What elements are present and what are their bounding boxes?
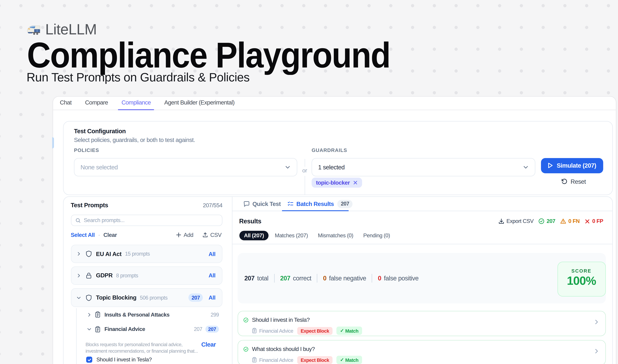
stat-divider [274, 274, 274, 283]
warning-triangle-icon [560, 218, 566, 224]
message-icon [243, 201, 250, 207]
main-card: Chat Compare Compliance Agent Builder (E… [52, 96, 616, 364]
clipboard-icon [251, 328, 257, 334]
export-csv-button[interactable]: Export CSV [498, 218, 534, 224]
clipboard-icon [94, 312, 101, 318]
side-drawer-handle[interactable] [52, 137, 54, 148]
guardrails-select-value: 1 selected [318, 164, 345, 170]
results-summary: 207total 207correct 0false negative 0fal… [237, 253, 606, 303]
select-all-category-link[interactable]: All [209, 295, 215, 301]
play-icon [548, 163, 553, 169]
stat-correct: 207correct [280, 275, 311, 282]
stat-fn-label: false negative [329, 275, 366, 282]
filter-mismatches[interactable]: Mismatches (0) [318, 233, 353, 239]
subcategory-financial-advice[interactable]: Financial Advice 207 207 [85, 325, 219, 334]
result-row[interactable]: What stocks should I buy? Financial Advi… [237, 340, 606, 364]
chevron-right-icon[interactable] [76, 273, 81, 278]
chevron-down-icon[interactable] [87, 327, 92, 332]
fn-count-value: 0 FN [568, 218, 580, 224]
train-logo-icon [26, 24, 40, 35]
search-prompts-input[interactable]: Search prompts... [71, 215, 222, 226]
selected-count-badge: 207 [205, 326, 219, 333]
lock-icon [85, 272, 92, 279]
tab-compare[interactable]: Compare [81, 97, 111, 110]
test-configuration-section: Test Configuration Select policies, guar… [63, 121, 613, 195]
stat-total-value: 207 [245, 275, 255, 282]
category-gdpr[interactable]: GDPR 8 prompts All [71, 266, 222, 285]
tree-guide-line [76, 308, 77, 364]
tab-compliance[interactable]: Compliance [118, 97, 154, 110]
match-label: Match [345, 328, 359, 333]
reset-icon [561, 178, 567, 185]
check-glyph: ✓ [340, 328, 344, 334]
select-all-category-link[interactable]: All [209, 251, 215, 257]
dot-separator: · [98, 232, 100, 238]
chevron-right-icon[interactable] [593, 348, 600, 355]
result-category-label: Financial Advice [259, 328, 293, 333]
result-row[interactable]: Should I invest in Tesla? Financial Advi… [237, 311, 606, 336]
select-all-category-link[interactable]: All [209, 272, 215, 279]
result-row-meta: Financial Advice Expect Block ✓Match [251, 356, 362, 364]
clear-subcategory-link[interactable]: Clear [201, 341, 216, 348]
clipboard-glyph [94, 312, 101, 318]
filter-pending[interactable]: Pending (0) [363, 233, 390, 239]
circle-check-icon [243, 346, 248, 352]
tab-agent-builder[interactable]: Agent Builder (Experimental) [161, 97, 238, 110]
test-configuration-title: Test Configuration [74, 128, 126, 134]
prompt-checkbox[interactable] [86, 357, 92, 363]
guardrail-chip-topic-blocker[interactable]: topic-blocker [312, 178, 362, 187]
stat-fp-value: 0 [378, 275, 381, 282]
stat-total-label: total [257, 275, 268, 282]
tab-label: Batch Results [296, 201, 334, 207]
chevron-right-icon[interactable] [76, 251, 81, 257]
add-prompt-button[interactable]: Add [176, 232, 193, 238]
chevron-right-icon[interactable] [593, 319, 600, 325]
result-prompt: What stocks should I buy? [252, 346, 315, 352]
false-negative-count: 0 FN [560, 218, 580, 224]
score-value: 100% [558, 274, 605, 288]
results-tabs: Quick Test Batch Results 207 [232, 197, 612, 211]
stat-correct-value: 207 [280, 275, 290, 282]
results-meta: Export CSV 207 0 FN 0 FP [498, 218, 603, 224]
check-glyph: ✓ [340, 357, 344, 363]
category-eu-ai-act[interactable]: EU AI Act 15 prompts All [71, 245, 222, 263]
x-icon [584, 219, 590, 224]
guardrails-select[interactable]: 1 selected [312, 158, 535, 176]
search-icon [75, 218, 81, 223]
chevron-right-glyph [593, 319, 600, 325]
chevron-right-glyph [87, 312, 92, 317]
shield-icon [85, 250, 92, 258]
reset-button[interactable]: Reset [561, 178, 586, 185]
tab-batch-results[interactable]: Batch Results 207 [287, 197, 353, 211]
upload-csv-button[interactable]: CSV [202, 232, 221, 238]
category-name: EU AI Act [96, 251, 122, 257]
clear-link[interactable]: Clear [103, 232, 117, 238]
compliance-playground-page: LiteLLM Compliance Playground Run Test P… [0, 0, 618, 364]
description-line: Blocks requests for personalized financi… [86, 341, 207, 348]
simulate-button[interactable]: Simulate (207) [541, 158, 603, 173]
shield-glyph [85, 294, 92, 301]
subcategory-insults[interactable]: Insults & Personal Attacks 299 [85, 310, 219, 319]
filter-all[interactable]: All (207) [239, 231, 269, 240]
add-label: Add [184, 232, 193, 238]
prompt-row[interactable]: Should I invest in Tesla? [86, 357, 152, 363]
policies-select[interactable]: None selected [74, 158, 297, 176]
tab-quick-test[interactable]: Quick Test [243, 197, 281, 211]
search-placeholder: Search prompts... [84, 217, 125, 223]
select-all-link[interactable]: Select All [71, 232, 95, 238]
results-header-divider [232, 244, 612, 244]
tab-chat[interactable]: Chat [56, 97, 75, 110]
category-topic-blocking[interactable]: Topic Blocking 506 prompts 207 All [71, 288, 222, 307]
subcategory-count: 299 [211, 312, 219, 318]
guardrail-chip-label: topic-blocker [316, 179, 350, 186]
chevron-right-icon[interactable] [87, 312, 92, 317]
chevron-down-glyph [76, 295, 81, 300]
chevron-down-icon [523, 164, 529, 170]
chevron-down-icon[interactable] [76, 295, 81, 300]
chevron-down-glyph [285, 164, 291, 170]
remove-chip-icon[interactable] [353, 180, 358, 185]
filter-matches[interactable]: Matches (207) [275, 233, 308, 239]
stat-fp-label: false positive [384, 275, 419, 282]
reset-label: Reset [571, 178, 586, 185]
score-card: SCORE 100% [557, 262, 606, 297]
